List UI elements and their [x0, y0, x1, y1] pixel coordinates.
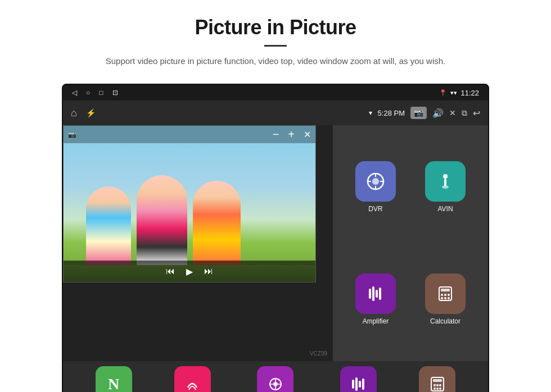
media-nav-icon[interactable]: ⊡ [112, 89, 118, 97]
svg-rect-7 [444, 179, 446, 186]
playback-bar: ⏮ ▶ ⏭ [64, 261, 315, 282]
bottom-app-calculator[interactable]: Calculator [419, 366, 455, 393]
wifi-status-icon: ▾▾ [450, 89, 457, 97]
svg-rect-11 [376, 290, 378, 298]
clock-display: 11:22 [460, 89, 479, 97]
svg-point-6 [443, 174, 448, 179]
avin-icon-box[interactable] [425, 161, 466, 202]
svg-rect-14 [441, 289, 450, 291]
volume-icon[interactable]: 🔊 [432, 108, 444, 118]
status-bar-left: ◁ ○ □ ⊡ [72, 89, 118, 97]
pip-minus-button[interactable]: − [273, 128, 279, 141]
page-title: Picture in Picture [34, 16, 517, 39]
netflix-icon-box[interactable]: N [96, 366, 132, 393]
amplifier-bottom-icon-box[interactable] [340, 366, 377, 393]
app-bar-right: ▾ 5:28 PM 📷 🔊 ✕ ⧉ ↩ [369, 107, 480, 119]
svg-rect-25 [352, 380, 354, 389]
app-cell-calculator[interactable]: Calculator [410, 243, 480, 355]
back-nav-icon[interactable]: ◁ [72, 89, 77, 97]
bottom-app-amplifier[interactable]: Amplifier [340, 366, 377, 393]
svg-point-36 [439, 388, 441, 390]
dvr-label: DVR [368, 205, 382, 213]
svg-rect-10 [372, 286, 374, 301]
forward-button[interactable]: ⏭ [204, 266, 213, 276]
pip-icon[interactable]: ⧉ [462, 108, 467, 118]
bottom-apps-row: N Netflix SiriusXM Wheelk [63, 361, 488, 392]
app-cell-amplifier[interactable]: Amplifier [341, 243, 410, 355]
svg-point-20 [448, 297, 450, 299]
home-icon[interactable]: ⌂ [71, 107, 77, 119]
video-person-3 [193, 181, 241, 265]
svg-rect-26 [355, 377, 358, 391]
pip-window[interactable]: 📷 − + ✕ ⏮ [63, 125, 316, 282]
title-divider [264, 45, 287, 47]
svg-point-8 [442, 185, 449, 189]
svg-point-35 [436, 388, 439, 390]
pip-camera-icon: 📷 [68, 131, 76, 139]
pip-close-button[interactable]: ✕ [304, 129, 311, 140]
svg-rect-28 [362, 379, 364, 390]
back-icon[interactable]: ↩ [473, 108, 480, 118]
wheelkey-icon-box[interactable] [257, 366, 293, 393]
svg-point-32 [436, 384, 439, 386]
pip-header: 📷 − + ✕ [64, 126, 315, 143]
calculator-label: Calculator [430, 317, 460, 325]
home-nav-icon[interactable]: ○ [86, 89, 90, 97]
camera-button[interactable]: 📷 [410, 107, 427, 119]
video-scene [64, 126, 315, 282]
amplifier-label: Amplifier [363, 317, 389, 325]
calculator-icon-box[interactable] [425, 274, 466, 314]
svg-point-1 [372, 178, 379, 185]
svg-rect-30 [433, 379, 442, 382]
device-frame: ◁ ○ □ ⊡ 📍 ▾▾ 11:22 ⌂ ⚡ ▾ 5:28 PM 📷 🔊 ✕ ⧉… [62, 84, 489, 392]
play-button[interactable]: ▶ [186, 266, 193, 277]
svg-point-33 [439, 384, 441, 386]
usb-icon[interactable]: ⚡ [86, 108, 96, 117]
avin-label: AVIN [437, 205, 453, 213]
amplifier-icon-box[interactable] [355, 274, 396, 314]
watermark: VCZ99 [310, 350, 327, 357]
close-icon[interactable]: ✕ [449, 108, 456, 117]
app-bar-left: ⌂ ⚡ [71, 107, 96, 119]
bottom-app-netflix[interactable]: N Netflix [96, 366, 132, 393]
svg-point-19 [444, 297, 446, 299]
app-cell-avin[interactable]: AVIN [410, 131, 480, 243]
svg-point-16 [444, 294, 446, 296]
main-content: 📷 − + ✕ ⏮ [63, 125, 488, 361]
time-display: 5:28 PM [378, 109, 405, 117]
bottom-app-wheelkey[interactable]: Wheelkey Study [253, 366, 297, 393]
video-person-2 [137, 175, 187, 265]
page-header: Picture in Picture Support video picture… [0, 0, 551, 78]
svg-point-34 [433, 388, 436, 390]
status-bar: ◁ ○ □ ⊡ 📍 ▾▾ 11:22 [63, 85, 488, 101]
location-icon: 📍 [439, 89, 447, 97]
app-cell-dvr[interactable]: DVR [341, 131, 410, 243]
svg-point-18 [441, 297, 443, 299]
pip-controls: − + ✕ [273, 128, 311, 141]
rewind-button[interactable]: ⏮ [166, 266, 175, 276]
svg-rect-9 [369, 289, 371, 299]
app-grid: DVR AVIN [333, 125, 488, 361]
calculator-bottom-icon-box[interactable] [419, 366, 455, 393]
recents-nav-icon[interactable]: □ [99, 89, 103, 97]
page-subtitle: Support video picture in picture functio… [62, 54, 489, 68]
pip-plus-button[interactable]: + [288, 128, 295, 141]
video-area: 📷 − + ✕ ⏮ [63, 125, 333, 361]
video-person-1 [86, 186, 131, 265]
svg-point-17 [448, 294, 450, 296]
svg-rect-27 [359, 381, 361, 388]
dvr-icon-box[interactable] [355, 161, 396, 202]
app-bar: ⌂ ⚡ ▾ 5:28 PM 📷 🔊 ✕ ⧉ ↩ [63, 101, 488, 125]
svg-rect-12 [379, 288, 381, 300]
svg-point-15 [441, 294, 443, 296]
status-bar-right: 📍 ▾▾ 11:22 [439, 89, 479, 97]
svg-point-31 [433, 384, 436, 386]
siriusxm-icon-box[interactable] [174, 366, 211, 393]
wifi-icon: ▾ [369, 109, 372, 117]
bottom-app-siriusxm[interactable]: SiriusXM [174, 366, 211, 393]
